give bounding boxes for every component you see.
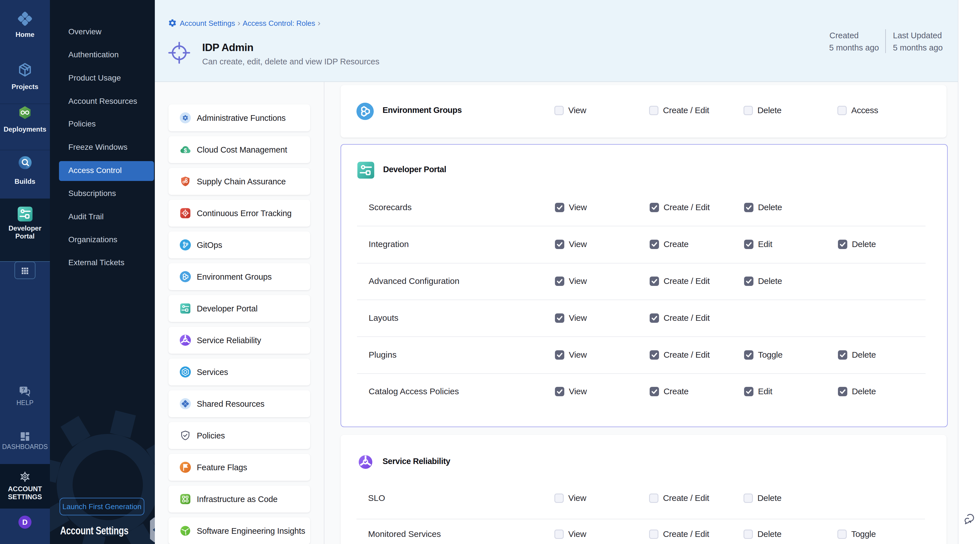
svg-text:$: $ (184, 147, 187, 153)
svg-text:?: ? (22, 387, 25, 393)
